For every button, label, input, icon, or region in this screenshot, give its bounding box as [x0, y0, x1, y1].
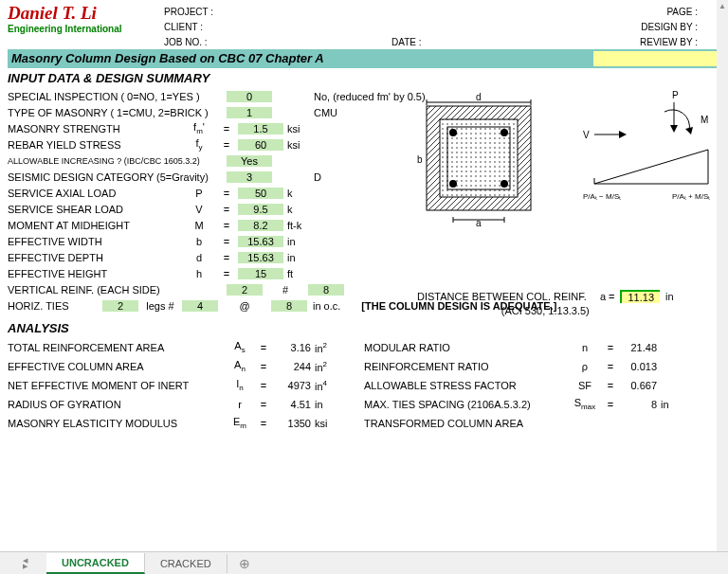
input-symbol: V [183, 204, 215, 215]
svg-marker-26 [594, 150, 708, 184]
input-symbol: P [183, 188, 215, 199]
tab-uncracked[interactable]: UNCRACKED [46, 553, 145, 574]
input-unit: in [283, 236, 321, 247]
input-value[interactable]: 8.2 [238, 220, 283, 231]
input-value[interactable]: 9.5 [238, 204, 283, 215]
horiz-spacing[interactable]: 8 [271, 300, 307, 312]
input-value[interactable]: 1.5 [238, 123, 283, 135]
vert-reinf-label: VERTICAL REINF. (EACH SIDE) [8, 284, 227, 296]
input-value[interactable]: 15.63 [238, 252, 283, 263]
input-value[interactable]: 60 [238, 139, 283, 151]
analysis-label: RADIUS OF GYRATION [8, 399, 226, 410]
analysis-value: 4.51 [273, 399, 315, 410]
client-label: CLIENT : [164, 22, 240, 32]
column-diagram: d b a P M V P/Aₜ − M/Sₜ P/Aₜ + M/Sₜ [408, 89, 711, 222]
analysis-label: EFFECTIVE COLUMN AREA [8, 361, 226, 372]
analysis-value: 0.667 [619, 380, 661, 391]
analysis-label: ALLOWABLE STRESS FACTOR [364, 380, 568, 391]
dist-value: 11.13 [620, 290, 660, 303]
input-value[interactable]: 15.63 [238, 236, 283, 247]
svg-text:P/Aₜ + M/Sₜ: P/Aₜ + M/Sₜ [672, 192, 710, 201]
svg-point-8 [500, 180, 508, 188]
analysis-label: TOTAL REINFORCEMENT AREA [8, 342, 226, 353]
svg-text:P/Aₜ − M/Sₜ: P/Aₜ − M/Sₜ [583, 192, 621, 201]
input-value[interactable]: Yes [227, 155, 272, 167]
vert-reinf-size[interactable]: 8 [308, 284, 344, 296]
project-label: PROJECT : [164, 7, 240, 17]
input-label: EFFECTIVE HEIGHT [8, 268, 183, 279]
svg-marker-20 [670, 125, 678, 133]
svg-text:M: M [701, 115, 708, 125]
tab-nav-arrows[interactable]: ◀▶ [23, 558, 27, 569]
analysis-label: REINFORCEMENT RATIO [364, 361, 568, 372]
dist-ref: (ACI 530, 1.13.3.5) [417, 305, 674, 316]
reviewby-label: REVIEW BY : [640, 37, 698, 47]
input-value[interactable]: 15 [238, 268, 283, 279]
svg-point-5 [449, 129, 457, 136]
page-label: PAGE : [666, 7, 698, 17]
dist-label: DISTANCE BETWEEN COL. REINF. [417, 291, 587, 302]
analysis-value: 4973 [273, 380, 315, 391]
input-unit: ft [283, 268, 321, 279]
input-symbol: h [183, 268, 215, 279]
date-label: DATE : [391, 4, 421, 49]
input-symbol: b [183, 236, 215, 247]
input-unit: k [283, 204, 321, 215]
analysis-label: TRANSFORMED COLUMN AREA [364, 418, 568, 429]
input-note: CMU [310, 107, 337, 118]
svg-text:V: V [583, 130, 590, 140]
input-value[interactable]: 1 [227, 107, 272, 118]
analysis-value: 1350 [273, 418, 315, 429]
input-note: D [310, 171, 321, 183]
input-label: EFFECTIVE DEPTH [8, 252, 183, 263]
input-value[interactable]: 3 [227, 171, 272, 183]
input-label: SERVICE SHEAR LOAD [8, 204, 183, 215]
svg-point-7 [449, 180, 457, 188]
logo-subtitle: Engineering International [8, 24, 164, 34]
svg-point-6 [500, 129, 508, 136]
jobno-label: JOB NO. : [164, 37, 240, 47]
input-label: SPECIAL INSPECTION ( 0=NO, 1=YES ) [8, 91, 227, 102]
horiz-legs[interactable]: 2 [102, 300, 138, 312]
input-label: REBAR YIELD STRESS [8, 139, 183, 151]
title-bar: Masonry Column Design Based on CBC 07 Ch… [8, 49, 720, 68]
input-label: TYPE OF MASONRY ( 1=CMU, 2=BRICK ) [8, 107, 227, 118]
svg-text:b: b [417, 154, 423, 165]
input-value[interactable]: 0 [227, 91, 272, 102]
sheet-tabs-bar: ◀▶ UNCRACKED CRACKED ⊕ [0, 551, 728, 574]
analysis-value: 21.48 [619, 342, 661, 353]
svg-text:d: d [476, 92, 482, 102]
input-label: SEISMIC DESIGN CATEGORY (5=Gravity) [8, 171, 227, 183]
analysis-label: NET EFFECTIVE MOMENT OF INERT [8, 380, 226, 391]
input-symbol: fy [183, 137, 215, 152]
analysis-value: 0.013 [619, 361, 661, 372]
input-symbol: M [183, 220, 215, 231]
input-label: ALLOWABLE INCREASING ? (IBC/CBC 1605.3.2… [8, 156, 227, 166]
vertical-scrollbar[interactable] [717, 0, 728, 551]
designby-label: DESIGN BY : [641, 22, 698, 32]
analysis-value: 244 [273, 361, 315, 372]
tab-cracked[interactable]: CRACKED [145, 554, 228, 573]
input-label: EFFECTIVE WIDTH [8, 236, 183, 247]
analysis-label: MODULAR RATIO [364, 342, 568, 353]
input-symbol: fm' [183, 121, 215, 135]
input-unit: ksi [283, 139, 321, 151]
input-symbol: d [183, 252, 215, 263]
analysis-heading: ANALYSIS [8, 321, 720, 335]
svg-marker-25 [619, 131, 627, 138]
input-label: SERVICE AXIAL LOAD [8, 188, 183, 199]
input-unit: ft-k [283, 220, 321, 231]
horiz-ties-label: HORIZ. TIES [8, 300, 102, 312]
svg-text:P: P [672, 90, 679, 100]
horiz-size[interactable]: 4 [182, 300, 218, 312]
analysis-label: MASONRY ELASTICITY MODULUS [8, 418, 226, 429]
input-unit: ksi [283, 123, 321, 135]
input-unit: in [283, 252, 321, 263]
add-sheet-button[interactable]: ⊕ [228, 556, 262, 571]
svg-marker-22 [685, 127, 693, 135]
input-label: MOMENT AT MIDHEIGHT [8, 220, 183, 231]
input-value[interactable]: 50 [238, 188, 283, 199]
vert-reinf-bars[interactable]: 2 [227, 284, 263, 296]
analysis-label: MAX. TIES SPACING (2106A.5.3.2) [364, 399, 568, 410]
input-unit: k [283, 188, 321, 199]
